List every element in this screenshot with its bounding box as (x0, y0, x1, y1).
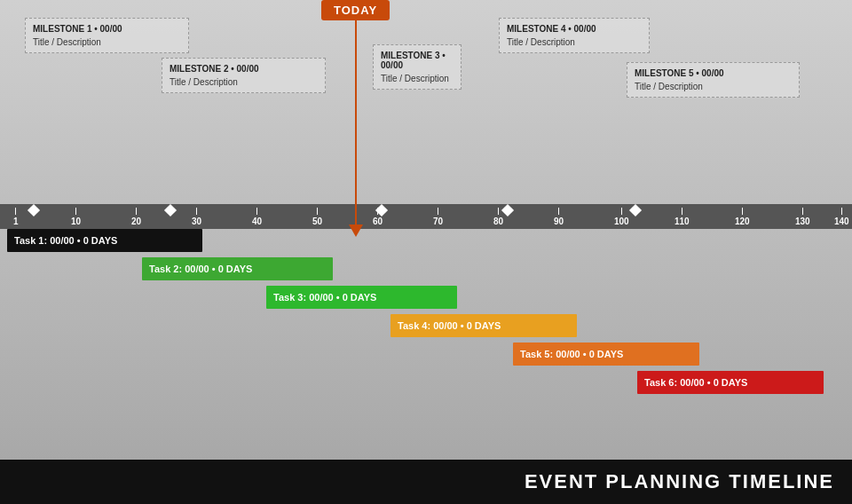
milestone-desc: Title / Description (33, 37, 181, 47)
tick-mark (682, 208, 682, 215)
timeline-ruler: 1102030405060708090100110120130140 (0, 204, 852, 229)
tick-mark (317, 208, 318, 215)
tick-mark (136, 208, 137, 215)
ruler-tick: 120 (735, 208, 750, 226)
milestone-box-ms1: MILESTONE 1 • 00/00Title / Description (25, 18, 189, 53)
milestone-desc: Title / Description (507, 37, 642, 47)
task-bar-t6: Task 6: 00/00 • 0 DAYS (637, 371, 824, 394)
ruler-tick: 100 (614, 208, 629, 226)
tick-label: 30 (192, 217, 201, 226)
tick-mark (498, 208, 499, 215)
milestone-box-ms2: MILESTONE 2 • 00/00Title / Description (162, 58, 326, 93)
task-bar-t4: Task 4: 00/00 • 0 DAYS (390, 314, 577, 337)
milestone-desc: Title / Description (635, 82, 792, 91)
page-title: EVENT PLANNING TIMELINE (525, 470, 834, 493)
ruler-tick: 10 (71, 208, 81, 226)
tick-label: 10 (71, 217, 81, 226)
tick-label: 100 (614, 217, 629, 226)
tick-label: 120 (735, 217, 750, 226)
tasks-area: Task 1: 00/00 • 0 DAYSTask 2: 00/00 • 0 … (0, 229, 852, 460)
tick-mark (196, 208, 197, 215)
tick-label: 80 (493, 217, 503, 226)
today-marker: TODAY (321, 0, 390, 237)
today-line (355, 20, 357, 224)
tick-mark (802, 208, 803, 215)
tick-label: 40 (252, 217, 262, 226)
ruler-tick: 30 (192, 208, 201, 226)
task-bar-t1: Task 1: 00/00 • 0 DAYS (7, 229, 202, 252)
tick-mark (438, 208, 438, 215)
milestone-box-ms5: MILESTONE 5 • 00/00Title / Description (627, 62, 800, 98)
tick-mark (256, 208, 257, 215)
tick-label: 140 (834, 217, 849, 226)
ruler-tick: 20 (131, 208, 141, 226)
ruler-tick: 110 (674, 208, 690, 226)
tick-label: 20 (131, 217, 141, 226)
tick-mark (621, 208, 622, 215)
task-bar-t2: Task 2: 00/00 • 0 DAYS (142, 257, 333, 280)
tick-label: 130 (795, 217, 810, 226)
tick-label: 110 (674, 217, 690, 226)
milestone-desc: Title / Description (381, 74, 454, 83)
ruler-tick: 1 (13, 208, 19, 226)
milestone-title: MILESTONE 2 • 00/00 (170, 64, 318, 74)
tick-mark (75, 208, 76, 215)
ruler-tick: 70 (433, 208, 443, 226)
bottom-bar: EVENT PLANNING TIMELINE (0, 460, 852, 504)
tick-mark (742, 208, 743, 215)
tick-label: 90 (554, 217, 564, 226)
milestone-title: MILESTONE 1 • 00/00 (33, 24, 181, 34)
ruler-tick: 40 (252, 208, 262, 226)
ruler-tick: 140 (834, 208, 849, 226)
tick-mark (15, 208, 16, 215)
milestone-title: MILESTONE 4 • 00/00 (507, 24, 642, 34)
milestone-desc: Title / Description (170, 77, 318, 87)
milestone-title: MILESTONE 3 • 00/00 (381, 51, 454, 70)
tick-mark (841, 208, 842, 215)
today-arrow (349, 224, 363, 237)
ruler-tick: 130 (795, 208, 810, 226)
tick-label: 70 (433, 217, 443, 226)
task-bar-t3: Task 3: 00/00 • 0 DAYS (266, 286, 457, 309)
milestones-area: MILESTONE 1 • 00/00Title / DescriptionMI… (0, 0, 852, 204)
tick-mark (558, 208, 559, 215)
ruler-tick: 90 (554, 208, 564, 226)
tick-label: 1 (13, 217, 19, 226)
milestone-box-ms4: MILESTONE 4 • 00/00Title / Description (499, 18, 650, 53)
task-bar-t5: Task 5: 00/00 • 0 DAYS (513, 343, 699, 366)
today-label: TODAY (321, 0, 390, 20)
milestone-title: MILESTONE 5 • 00/00 (635, 68, 792, 78)
